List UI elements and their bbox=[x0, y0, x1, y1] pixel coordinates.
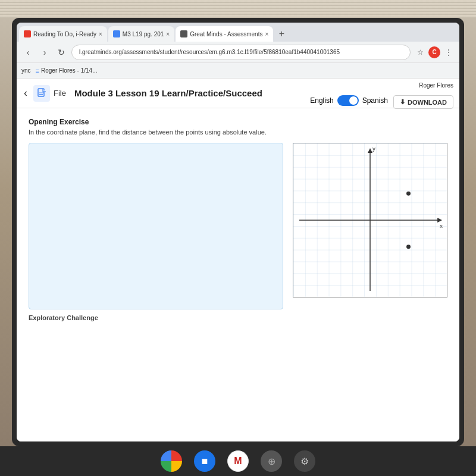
browser-window: Reading To Do, i-Ready × M3 L19 pg. 201 … bbox=[17, 23, 459, 441]
new-tab-button[interactable]: + bbox=[274, 26, 289, 42]
more-icon[interactable]: ⋮ bbox=[443, 46, 455, 58]
tab-close-reading[interactable]: × bbox=[99, 31, 102, 37]
bookmark-roger[interactable]: ≡ Roger Flores - 1/14... bbox=[36, 67, 98, 74]
coordinate-grid: x y bbox=[293, 143, 447, 298]
apps-icon: ⊕ bbox=[268, 456, 275, 467]
settings-icon: ⚙ bbox=[300, 456, 309, 467]
exploratory-label: Exploratory Challenge bbox=[29, 314, 447, 321]
chrome-icon[interactable]: C bbox=[428, 46, 440, 58]
taskbar-docs[interactable]: ■ bbox=[194, 450, 215, 472]
grid-svg: x y bbox=[293, 143, 447, 297]
language-toggle[interactable]: English Spanish bbox=[310, 95, 388, 106]
star-icon[interactable]: ☆ bbox=[414, 46, 426, 58]
gmail-icon: M bbox=[234, 456, 242, 466]
url-text: l.greatminds.org/assessments/student/res… bbox=[79, 49, 340, 55]
exercise-title: Opening Exercise bbox=[29, 118, 447, 126]
tab-icon-m3l19 bbox=[113, 30, 120, 37]
tab-icon-greatminds bbox=[180, 30, 187, 37]
url-input[interactable]: l.greatminds.org/assessments/student/res… bbox=[71, 45, 411, 60]
forward-button[interactable]: › bbox=[38, 46, 51, 59]
taskbar-settings[interactable]: ⚙ bbox=[294, 450, 315, 472]
tab-greatminds[interactable]: Great Minds - Assessments × bbox=[176, 26, 273, 42]
spanish-label: Spanish bbox=[362, 96, 388, 105]
file-label: File bbox=[54, 89, 66, 98]
exercise-body: x y bbox=[29, 143, 447, 309]
user-name: Roger Flores bbox=[419, 82, 453, 89]
taskbar: ■ M ⊕ ⚙ bbox=[0, 446, 476, 476]
english-label: English bbox=[310, 96, 333, 105]
svg-point-11 bbox=[406, 192, 411, 196]
tab-label-m3l19: M3 L19 pg. 201 bbox=[123, 31, 164, 37]
content-area: ‹ File Module 3 Lesson 19 Learn/ bbox=[17, 79, 459, 441]
exercise-instruction: In the coordinate plane, find the distan… bbox=[29, 129, 447, 136]
exercise-area: Opening Exercise In the coordinate plane… bbox=[17, 108, 459, 441]
svg-text:x: x bbox=[440, 223, 443, 229]
screen-bezel: Reading To Do, i-Ready × M3 L19 pg. 201 … bbox=[17, 23, 459, 441]
download-button[interactable]: ⬇ DOWNLOAD bbox=[393, 95, 453, 109]
browser-toolbar: ☆ C ⋮ bbox=[414, 46, 455, 58]
tab-label-greatminds: Great Minds - Assessments bbox=[190, 31, 262, 37]
sync-label: ync bbox=[21, 67, 31, 74]
bookmark-roger-label: Roger Flores - 1/14... bbox=[41, 67, 97, 74]
tab-m3l19[interactable]: M3 L19 pg. 201 × bbox=[108, 26, 174, 42]
tab-bar: Reading To Do, i-Ready × M3 L19 pg. 201 … bbox=[17, 23, 459, 42]
bookmarks-bar: ync ≡ Roger Flores - 1/14... bbox=[17, 63, 459, 79]
tab-close-greatminds[interactable]: × bbox=[265, 31, 268, 37]
file-icon bbox=[33, 85, 50, 102]
download-icon: ⬇ bbox=[400, 98, 405, 106]
toggle-switch[interactable] bbox=[337, 95, 359, 106]
svg-point-12 bbox=[406, 245, 411, 249]
docs-icon: ■ bbox=[202, 455, 208, 468]
file-button[interactable]: File bbox=[33, 85, 66, 102]
address-bar: ‹ › ↻ l.greatminds.org/assessments/stude… bbox=[17, 42, 459, 63]
back-button[interactable]: ‹ bbox=[21, 46, 35, 59]
toggle-knob bbox=[349, 96, 358, 105]
window-blinds bbox=[0, 0, 476, 18]
lesson-title: Module 3 Lesson 19 Learn/Practice/Succee… bbox=[74, 88, 262, 98]
reload-button[interactable]: ↻ bbox=[55, 46, 68, 59]
svg-text:y: y bbox=[372, 145, 375, 152]
laptop: Reading To Do, i-Ready × M3 L19 pg. 201 … bbox=[12, 18, 464, 446]
answer-area[interactable] bbox=[29, 143, 283, 309]
taskbar-chrome[interactable] bbox=[161, 450, 182, 472]
app-back-button[interactable]: ‹ bbox=[24, 87, 27, 99]
tab-close-m3l19[interactable]: × bbox=[166, 31, 170, 37]
app-header: ‹ File Module 3 Lesson 19 Learn/ bbox=[17, 79, 459, 108]
taskbar-gmail[interactable]: M bbox=[227, 450, 249, 472]
tab-reading[interactable]: Reading To Do, i-Ready × bbox=[19, 26, 107, 42]
tab-label-reading: Reading To Do, i-Ready bbox=[33, 31, 96, 37]
download-label: DOWNLOAD bbox=[408, 99, 447, 106]
taskbar-apps[interactable]: ⊕ bbox=[261, 450, 282, 472]
tab-icon-reading bbox=[24, 30, 31, 37]
